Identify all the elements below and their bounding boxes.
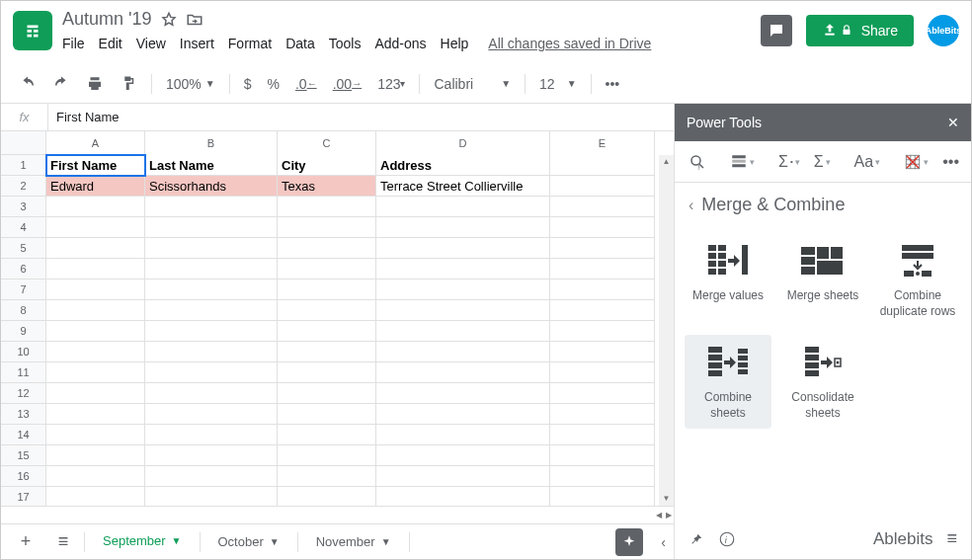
sum-button[interactable]: Σ•▾ [774, 149, 804, 175]
cell[interactable] [145, 425, 278, 445]
redo-button[interactable] [46, 71, 76, 97]
cell[interactable] [278, 487, 376, 506]
more-sidebar-button[interactable]: ••• [938, 149, 963, 175]
print-button[interactable] [80, 71, 110, 97]
cell[interactable] [376, 238, 550, 259]
paint-format-button[interactable] [114, 71, 143, 97]
cell[interactable] [145, 404, 278, 425]
cell[interactable] [278, 445, 376, 466]
cell[interactable] [46, 466, 145, 487]
cell[interactable] [145, 321, 278, 342]
cell[interactable] [145, 217, 278, 238]
cell[interactable] [46, 383, 145, 404]
cell[interactable] [550, 238, 655, 259]
cell[interactable] [550, 300, 655, 321]
comments-button[interactable] [761, 15, 792, 46]
row-header[interactable]: 10 [1, 342, 46, 362]
row-header[interactable]: 16 [1, 466, 46, 487]
cell[interactable] [550, 217, 655, 238]
cell[interactable] [376, 466, 550, 487]
cell[interactable] [46, 404, 145, 425]
col-header-e[interactable]: E [550, 131, 655, 155]
zoom-select[interactable]: 100%▼ [160, 72, 221, 96]
cell[interactable] [376, 445, 550, 466]
cell[interactable] [376, 217, 550, 238]
sidebar-brand[interactable]: Ablebits [873, 529, 932, 549]
row-header[interactable]: 13 [1, 404, 46, 425]
move-to-folder-icon[interactable] [186, 11, 203, 29]
cell[interactable] [550, 259, 655, 280]
undo-button[interactable] [13, 71, 42, 97]
cell[interactable] [376, 342, 550, 362]
cell[interactable] [46, 197, 145, 217]
cell[interactable] [145, 300, 278, 321]
cell[interactable]: Address [376, 155, 550, 176]
pin-icon[interactable] [688, 531, 704, 547]
table-style-button[interactable]: ▾ [726, 149, 759, 175]
cell[interactable] [145, 259, 278, 280]
cell[interactable] [550, 197, 655, 217]
col-header-a[interactable]: A [46, 131, 145, 155]
cell[interactable] [550, 425, 655, 445]
cell[interactable] [46, 321, 145, 342]
row-header[interactable]: 2 [1, 176, 46, 197]
more-toolbar-button[interactable]: ••• [600, 72, 626, 96]
tool-consolidate-sheets[interactable]: Consolidate sheets [779, 335, 866, 429]
row-header[interactable]: 5 [1, 238, 46, 259]
cell[interactable] [376, 280, 550, 300]
cell[interactable] [550, 362, 655, 383]
cell[interactable] [376, 259, 550, 280]
cell[interactable] [278, 342, 376, 362]
cell[interactable] [46, 425, 145, 445]
cell[interactable] [46, 342, 145, 362]
formula-input[interactable]: First Name [48, 110, 674, 124]
tool-combine-sheets[interactable]: Combine sheets [685, 335, 771, 429]
tool-merge-sheets[interactable]: Merge sheets [779, 233, 866, 327]
menu-insert[interactable]: Insert [180, 36, 214, 51]
cell[interactable] [145, 383, 278, 404]
decrease-decimal-button[interactable]: .0← [289, 72, 323, 96]
cell[interactable] [145, 197, 278, 217]
sigma-button[interactable]: Σ▾ [810, 149, 835, 175]
cell[interactable] [278, 238, 376, 259]
cell[interactable]: First Name [46, 155, 145, 176]
row-header[interactable]: 15 [1, 445, 46, 466]
menu-format[interactable]: Format [228, 36, 272, 51]
tool-combine-duplicate-rows[interactable]: Combine duplicate rows [874, 233, 961, 327]
cell[interactable] [46, 217, 145, 238]
menu-tools[interactable]: Tools [329, 36, 362, 51]
row-header[interactable]: 12 [1, 383, 46, 404]
menu-file[interactable]: File [62, 36, 85, 51]
cell[interactable] [278, 217, 376, 238]
cell[interactable] [278, 383, 376, 404]
cell[interactable] [278, 425, 376, 445]
cell[interactable] [145, 362, 278, 383]
account-avatar[interactable]: AbleBits [928, 15, 959, 46]
cell[interactable] [550, 445, 655, 466]
tab-november[interactable]: November▼ [302, 524, 405, 560]
cell[interactable]: Terrace Street Collierville [376, 176, 550, 197]
menu-view[interactable]: View [136, 36, 166, 51]
cell[interactable] [46, 238, 145, 259]
star-icon[interactable] [160, 11, 178, 29]
cell[interactable] [550, 342, 655, 362]
cell[interactable] [278, 466, 376, 487]
row-header[interactable]: 14 [1, 425, 46, 445]
cell[interactable] [376, 404, 550, 425]
row-header[interactable]: 1 [1, 155, 46, 176]
row-header[interactable]: 4 [1, 217, 46, 238]
text-case-button[interactable]: Aa▾ [850, 149, 885, 175]
vertical-scrollbar[interactable]: ▲▼ [659, 155, 674, 506]
cell[interactable] [278, 280, 376, 300]
app-logo-icon[interactable] [13, 11, 52, 50]
cell[interactable] [278, 362, 376, 383]
cell[interactable] [46, 445, 145, 466]
add-sheet-button[interactable]: + [9, 531, 42, 552]
cell[interactable] [46, 487, 145, 506]
row-header[interactable]: 8 [1, 300, 46, 321]
close-icon[interactable]: ✕ [947, 115, 959, 130]
cell[interactable] [278, 197, 376, 217]
cell[interactable] [550, 321, 655, 342]
col-header-c[interactable]: C [278, 131, 376, 155]
cell[interactable]: Edward [46, 176, 145, 197]
